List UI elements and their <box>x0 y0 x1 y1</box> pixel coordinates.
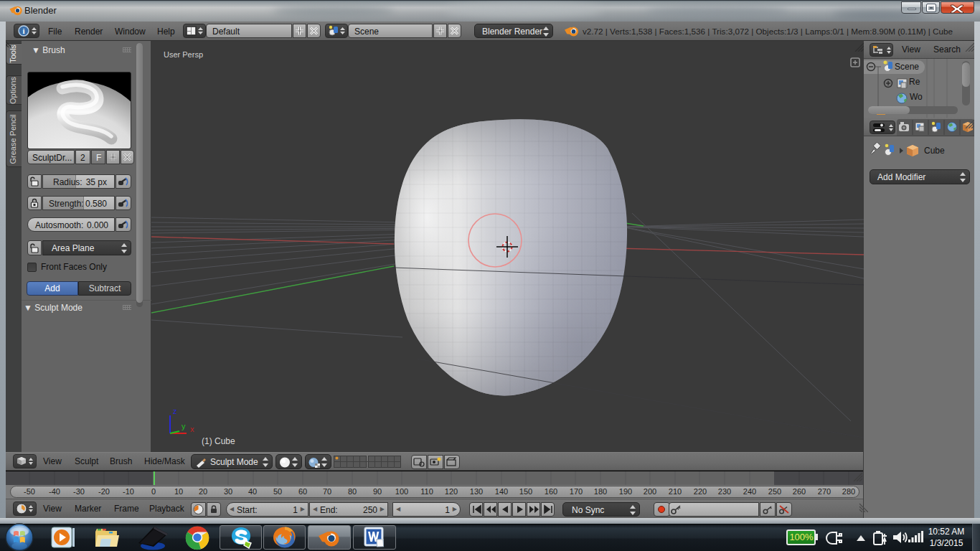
svg-text:User Persp: User Persp <box>164 50 203 59</box>
svg-text:y: y <box>182 422 186 430</box>
svg-text:(1) Cube: (1) Cube <box>202 436 235 446</box>
svg-text:i: i <box>22 27 24 35</box>
svg-text:z: z <box>173 407 177 415</box>
svg-text:x: x <box>190 425 194 433</box>
